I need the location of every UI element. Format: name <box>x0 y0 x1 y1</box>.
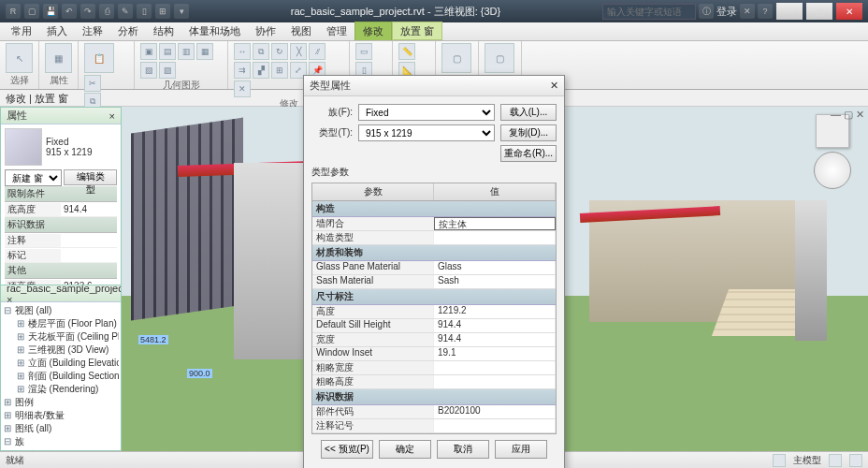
param-row[interactable]: 高度1219.2 <box>312 305 556 319</box>
tab-manage[interactable]: 管理 <box>319 22 354 40</box>
tree-item[interactable]: ⊞ 图纸 (all) <box>3 422 119 435</box>
param-row[interactable]: Default Sill Height914.4 <box>312 319 556 333</box>
workset-icon[interactable] <box>773 454 786 467</box>
param-row[interactable]: 墙闭合按主体 <box>312 217 556 231</box>
param-row[interactable]: 粗略高度 <box>312 375 556 389</box>
infocenter-icon[interactable]: ⓘ <box>699 4 714 19</box>
close-button[interactable]: ✕ <box>836 3 862 20</box>
cancel-button[interactable]: 取消 <box>437 440 489 459</box>
param-row[interactable]: 构造类型 <box>312 231 556 245</box>
undo-icon[interactable]: ↶ <box>62 4 77 19</box>
param-value[interactable] <box>434 231 556 244</box>
trim-icon[interactable]: ╳ <box>290 43 307 60</box>
param-value[interactable]: 19.1 <box>434 347 556 360</box>
expand-icon[interactable]: ⊞ <box>16 370 25 383</box>
model-icon[interactable]: ▢ <box>485 43 514 73</box>
minimize-button[interactable]: — <box>776 3 803 20</box>
save-icon[interactable]: 💾 <box>43 4 58 19</box>
properties-tool-icon[interactable]: ▦ <box>45 43 72 73</box>
array-icon[interactable]: ⊞ <box>271 62 288 79</box>
param-value[interactable]: B2020100 <box>434 405 556 418</box>
split-icon[interactable]: ⫽ <box>309 43 326 60</box>
qat-icon[interactable]: ▯ <box>137 4 152 19</box>
close-icon[interactable]: × <box>109 110 115 122</box>
expand-icon[interactable]: ⊟ <box>3 435 12 448</box>
preview-button[interactable]: << 预览(P) <box>321 440 373 459</box>
select-icon[interactable] <box>849 454 862 467</box>
param-row[interactable]: Window Inset19.1 <box>312 347 556 361</box>
tree-item[interactable]: ⊞ 天花板平面 (Ceiling Plan) <box>3 330 119 344</box>
exchange-icon[interactable]: ✕ <box>740 4 755 19</box>
param-value[interactable]: 按主体 <box>434 217 557 230</box>
tab-modify[interactable]: 修改 <box>354 22 392 40</box>
apply-button[interactable]: 应用 <box>495 440 547 459</box>
prop-row[interactable]: 底高度914.4 <box>5 202 117 217</box>
param-value[interactable]: 1219.2 <box>434 305 556 318</box>
model-label[interactable]: 主模型 <box>793 454 821 467</box>
rename-button[interactable]: 重命名(R)... <box>500 145 557 162</box>
rotate-icon[interactable]: ↻ <box>271 43 288 60</box>
param-value[interactable] <box>434 361 556 374</box>
tree-item[interactable]: ⊞ 三维视图 (3D View) <box>3 344 119 357</box>
open-icon[interactable]: ▢ <box>24 4 39 19</box>
type-select[interactable]: 915 x 1219 <box>358 124 495 141</box>
tree-item[interactable]: ⊟ 专用设备 <box>3 448 119 451</box>
param-value[interactable]: Glass <box>434 261 556 274</box>
view-controls[interactable]: — ▢ ✕ <box>831 109 864 121</box>
param-value[interactable] <box>434 419 556 432</box>
geom-icon[interactable]: ▦ <box>196 43 213 60</box>
duplicate-button[interactable]: 复制(D)... <box>500 124 557 141</box>
expand-icon[interactable]: ⊞ <box>16 383 25 396</box>
tab-structure[interactable]: 结构 <box>146 22 181 40</box>
maximize-button[interactable]: ▢ <box>806 3 832 20</box>
cut-icon[interactable]: ✂ <box>84 75 101 92</box>
qat-icon[interactable]: ⊞ <box>155 4 170 19</box>
filter-icon[interactable] <box>829 454 842 467</box>
copy-icon[interactable]: ⧉ <box>253 43 269 60</box>
help-icon[interactable]: ? <box>758 4 773 19</box>
tab-collaborate[interactable]: 协作 <box>248 22 283 40</box>
tab-view[interactable]: 视图 <box>283 22 319 40</box>
qat-icon[interactable]: ✎ <box>118 4 133 19</box>
tab-annotate[interactable]: 注释 <box>75 22 110 40</box>
tree-item[interactable]: ⊟ 视图 (all) <box>3 304 119 317</box>
tree-item[interactable]: ⊞ 明细表/数量 <box>3 409 119 422</box>
expand-icon[interactable]: ⊟ <box>16 448 25 451</box>
edit-type-button[interactable]: 编辑类型 <box>64 169 117 185</box>
signin-label[interactable]: 登录 <box>716 5 737 19</box>
tree-item[interactable]: ⊞ 楼层平面 (Floor Plan) <box>3 317 119 330</box>
modify-tool-icon[interactable]: ↖ <box>6 43 33 73</box>
tree-item[interactable]: ⊟ 族 <box>3 435 119 448</box>
param-row[interactable]: 注释记号 <box>312 419 556 433</box>
redo-icon[interactable]: ↷ <box>80 4 95 19</box>
browser-tree[interactable]: ⊟ 视图 (all)⊞ 楼层平面 (Floor Plan)⊞ 天花板平面 (Ce… <box>1 302 121 451</box>
param-value[interactable]: Sash <box>434 275 556 288</box>
search-input[interactable] <box>602 4 696 20</box>
expand-icon[interactable]: ⊞ <box>3 396 12 409</box>
prop-row[interactable]: 注释 <box>5 233 117 248</box>
param-row[interactable]: Sash MaterialSash <box>312 275 556 289</box>
tree-item[interactable]: ⊞ 立面 (Building Elevation) <box>3 357 119 370</box>
expand-icon[interactable]: ⊞ <box>3 409 12 422</box>
ok-button[interactable]: 确定 <box>379 440 431 459</box>
param-value[interactable] <box>434 375 556 388</box>
tab-analyze[interactable]: 分析 <box>110 22 146 40</box>
load-button[interactable]: 载入(L)... <box>500 104 557 121</box>
tab-context[interactable]: 放置 窗 <box>392 22 442 40</box>
expand-icon[interactable]: ⊞ <box>16 344 25 357</box>
param-value[interactable]: 914.4 <box>434 319 556 332</box>
tab-insert[interactable]: 插入 <box>39 22 75 40</box>
qat-dropdown-icon[interactable]: ▾ <box>174 4 189 19</box>
expand-icon[interactable]: ⊞ <box>16 357 25 370</box>
temp-dim[interactable]: 900.0 <box>187 369 212 378</box>
tab-massing[interactable]: 体量和场地 <box>181 22 248 40</box>
prop-value[interactable]: 914.4 <box>61 204 117 214</box>
param-row[interactable]: 部件代码B2020100 <box>312 405 556 419</box>
tree-item[interactable]: ⊞ 图例 <box>3 396 119 409</box>
expand-icon[interactable]: ⊞ <box>16 317 25 330</box>
print-icon[interactable]: ⎙ <box>99 4 114 19</box>
prop-row[interactable]: 标记 <box>5 248 117 263</box>
param-value[interactable]: 914.4 <box>434 333 556 346</box>
param-row[interactable]: 宽度914.4 <box>312 333 556 347</box>
tab-home[interactable]: 常用 <box>4 22 39 40</box>
